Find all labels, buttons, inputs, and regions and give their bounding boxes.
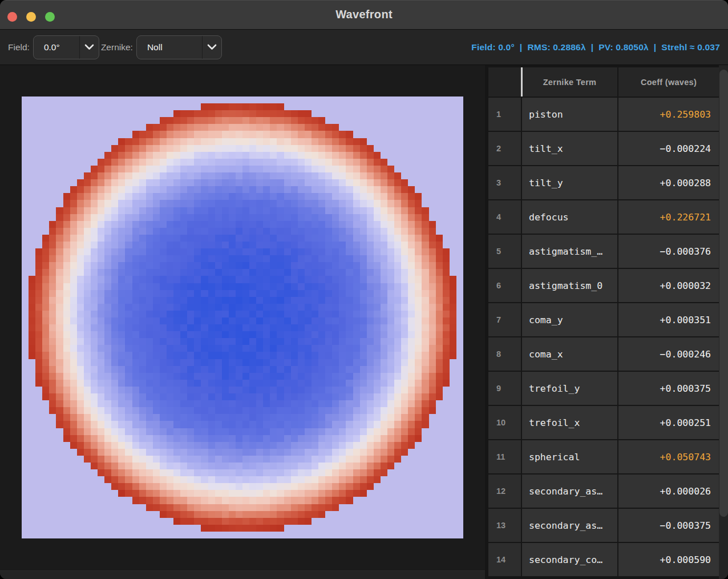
zernike-term-cell[interactable]: spherical <box>522 440 617 473</box>
column-resize-indicator <box>521 67 523 96</box>
coeff-value-cell[interactable]: +0.259803 <box>618 98 719 131</box>
coeff-value-cell[interactable]: +0.226721 <box>618 200 719 234</box>
coeff-value-cell[interactable]: +0.000251 <box>618 406 719 439</box>
bottom-bar <box>0 570 485 579</box>
coeff-value-cell[interactable]: +0.000026 <box>618 475 719 508</box>
row-number-cell[interactable]: 4 <box>488 200 521 234</box>
row-number-cell[interactable]: 7 <box>488 303 521 336</box>
coeff-value-cell[interactable]: −0.000224 <box>618 132 719 165</box>
zernike-label: Zernike: <box>101 42 133 53</box>
traffic-lights <box>7 12 55 22</box>
main-content: Zernike Term Coeff (waves) 1piston+0.259… <box>0 65 728 579</box>
title-bar[interactable]: Wavefront <box>0 0 728 30</box>
coeff-value-cell[interactable]: −0.000376 <box>618 235 719 268</box>
zernike-term-cell[interactable]: trefoil_y <box>522 372 617 405</box>
close-button[interactable] <box>7 12 17 22</box>
row-number-cell[interactable]: 5 <box>488 235 521 268</box>
minimize-button[interactable] <box>26 12 36 22</box>
status-readout: Field: 0.0° | RMS: 0.2886λ | PV: 0.8050λ… <box>471 42 720 53</box>
row-number-cell[interactable]: 8 <box>488 337 521 371</box>
zernike-term-cell[interactable]: secondary_as… <box>522 475 617 508</box>
table-header-term[interactable]: Zernike Term <box>522 67 617 96</box>
chevron-down-icon <box>202 36 221 59</box>
row-number-cell[interactable]: 12 <box>488 475 521 508</box>
table-header-coeff[interactable]: Coeff (waves) <box>618 67 719 96</box>
zernike-term-cell[interactable]: piston <box>522 98 617 131</box>
zernike-term-cell[interactable]: astigmatism_0 <box>522 269 617 302</box>
zoom-button[interactable] <box>45 12 55 22</box>
coeff-value-cell[interactable]: +0.000375 <box>618 372 719 405</box>
row-number-cell[interactable]: 10 <box>488 406 521 439</box>
coeff-value-cell[interactable]: −0.000375 <box>618 509 719 542</box>
zernike-term-cell[interactable]: tilt_x <box>522 132 617 165</box>
wavefront-heatmap <box>22 96 463 538</box>
zernike-table-panel: Zernike Term Coeff (waves) 1piston+0.259… <box>485 65 728 579</box>
coeff-value-cell[interactable]: +0.000590 <box>618 543 719 576</box>
field-label: Field: <box>8 42 30 53</box>
coeff-value-cell[interactable]: −0.000246 <box>618 337 719 371</box>
zernike-term-cell[interactable]: defocus <box>522 200 617 234</box>
coeff-value-cell[interactable]: +0.000351 <box>618 303 719 336</box>
zernike-dropdown[interactable]: Noll <box>136 35 222 59</box>
zernike-term-cell[interactable]: trefoil_x <box>522 406 617 439</box>
wavefront-plot-panel <box>0 65 485 579</box>
zernike-term-cell[interactable]: secondary_co… <box>522 543 617 576</box>
wavefront-window: Wavefront Field: 0.0° Zernike: Noll Fiel… <box>0 0 728 579</box>
window-title: Wavefront <box>335 8 393 21</box>
zernike-term-cell[interactable]: secondary_as… <box>522 509 617 542</box>
zernike-table: Zernike Term Coeff (waves) 1piston+0.259… <box>488 67 719 576</box>
zernike-term-cell[interactable]: coma_x <box>522 337 617 371</box>
chevron-down-icon <box>79 36 99 59</box>
row-number-cell[interactable]: 14 <box>488 543 521 576</box>
row-number-cell[interactable]: 13 <box>488 509 521 542</box>
zernike-term-cell[interactable]: astigmatism_… <box>522 235 617 268</box>
zernike-term-cell[interactable]: coma_y <box>522 303 617 336</box>
zernike-dropdown-value: Noll <box>137 42 202 53</box>
scrollbar-track[interactable] <box>719 65 728 579</box>
table-header-corner <box>488 67 521 96</box>
toolbar: Field: 0.0° Zernike: Noll Field: 0.0° | … <box>0 30 728 65</box>
coeff-value-cell[interactable]: +0.000032 <box>618 269 719 302</box>
scrollbar-thumb[interactable] <box>719 70 728 517</box>
field-dropdown[interactable]: 0.0° <box>33 35 99 59</box>
row-number-cell[interactable]: 3 <box>488 166 521 199</box>
coeff-value-cell[interactable]: +0.050743 <box>618 440 719 473</box>
row-number-cell[interactable]: 2 <box>488 132 521 165</box>
row-number-cell[interactable]: 6 <box>488 269 521 302</box>
row-number-cell[interactable]: 11 <box>488 440 521 473</box>
coeff-value-cell[interactable]: +0.000288 <box>618 166 719 199</box>
field-dropdown-value: 0.0° <box>34 42 79 53</box>
row-number-cell[interactable]: 9 <box>488 372 521 405</box>
row-number-cell[interactable]: 1 <box>488 98 521 131</box>
zernike-term-cell[interactable]: tilt_y <box>522 166 617 199</box>
